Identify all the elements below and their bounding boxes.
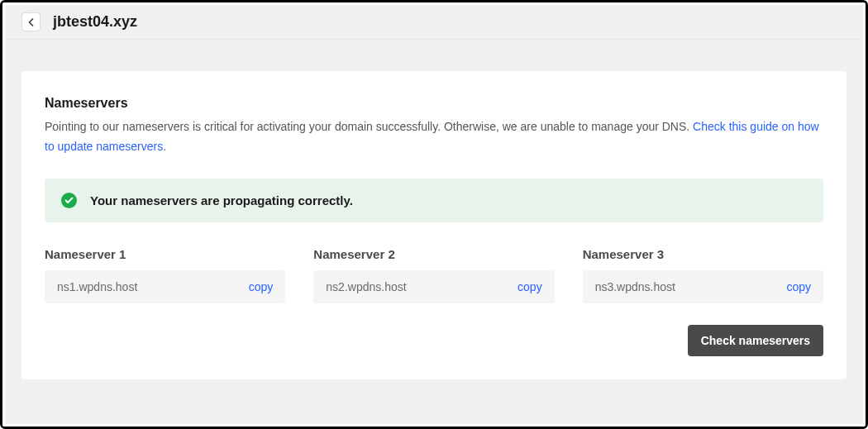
status-text: Your nameservers are propagating correct… bbox=[90, 193, 353, 207]
check-circle-icon bbox=[61, 193, 77, 208]
status-banner: Your nameservers are propagating correct… bbox=[45, 179, 823, 222]
spacer bbox=[5, 40, 863, 71]
description-text: Pointing to our nameservers is critical … bbox=[45, 120, 693, 133]
nameserver-value: ns3.wpdns.host bbox=[595, 280, 675, 293]
nameserver-box: ns2.wpdns.host copy bbox=[313, 270, 554, 303]
page-title: jbtest04.xyz bbox=[53, 13, 137, 31]
nameserver-label: Nameserver 3 bbox=[583, 247, 823, 261]
nameserver-box: ns1.wpdns.host copy bbox=[45, 270, 285, 303]
section-description: Pointing to our nameservers is critical … bbox=[45, 117, 823, 157]
description-suffix: . bbox=[163, 140, 166, 153]
nameserver-box: ns3.wpdns.host copy bbox=[583, 270, 823, 303]
check-nameservers-button[interactable]: Check nameservers bbox=[688, 325, 823, 356]
copy-button[interactable]: copy bbox=[517, 280, 542, 293]
section-title: Nameservers bbox=[45, 96, 823, 111]
content-card: Nameservers Pointing to our nameservers … bbox=[21, 71, 847, 379]
copy-button[interactable]: copy bbox=[786, 280, 811, 293]
page-header: jbtest04.xyz bbox=[5, 5, 863, 40]
chevron-left-icon bbox=[28, 18, 34, 26]
nameserver-value: ns2.wpdns.host bbox=[326, 280, 406, 293]
nameserver-label: Nameserver 1 bbox=[45, 247, 285, 261]
nameserver-col: Nameserver 3 ns3.wpdns.host copy bbox=[583, 247, 823, 303]
copy-button[interactable]: copy bbox=[249, 280, 274, 293]
nameserver-value: ns1.wpdns.host bbox=[57, 280, 137, 293]
nameservers-row: Nameserver 1 ns1.wpdns.host copy Nameser… bbox=[45, 247, 823, 303]
back-button[interactable] bbox=[21, 12, 41, 31]
nameserver-label: Nameserver 2 bbox=[313, 247, 554, 261]
nameserver-col: Nameserver 1 ns1.wpdns.host copy bbox=[45, 247, 285, 303]
footer-row: Check nameservers bbox=[45, 325, 823, 356]
nameserver-col: Nameserver 2 ns2.wpdns.host copy bbox=[313, 247, 554, 303]
